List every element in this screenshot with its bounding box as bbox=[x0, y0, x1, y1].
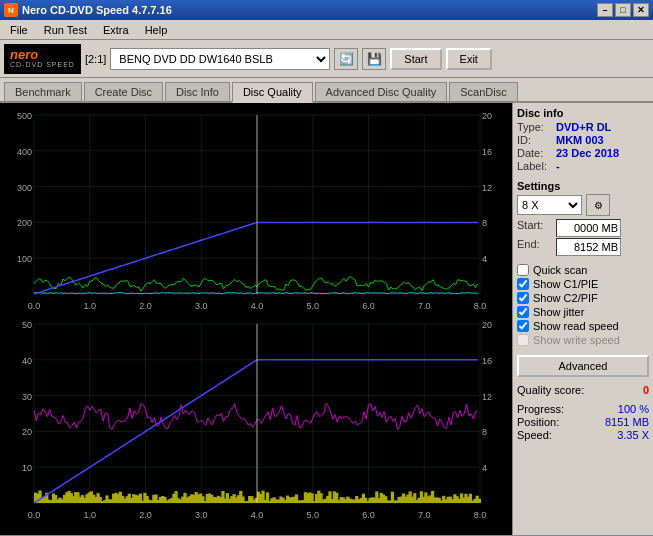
progress-section: Progress: 100 % Position: 8151 MB Speed:… bbox=[517, 403, 649, 442]
graph-area bbox=[0, 103, 512, 535]
tab-bar: Benchmark Create Disc Disc Info Disc Qua… bbox=[0, 78, 653, 103]
show-c1-label: Show C1/PIE bbox=[533, 278, 598, 290]
position-row: Position: 8151 MB bbox=[517, 416, 649, 428]
disc-type-key: Type: bbox=[517, 121, 552, 133]
show-read-speed-checkbox[interactable] bbox=[517, 320, 529, 332]
chart2-canvas bbox=[2, 314, 510, 521]
show-jitter-checkbox[interactable] bbox=[517, 306, 529, 318]
disc-date-value: 23 Dec 2018 bbox=[556, 147, 619, 159]
menu-run-test[interactable]: Run Test bbox=[36, 22, 95, 38]
speed-row: 8 X 4 X 12 X 16 X Max ⚙ bbox=[517, 194, 649, 216]
show-write-speed-checkbox bbox=[517, 334, 529, 346]
drive-select[interactable]: BENQ DVD DD DW1640 BSLB bbox=[110, 48, 330, 70]
quick-scan-checkbox[interactable] bbox=[517, 264, 529, 276]
start-input[interactable] bbox=[556, 219, 621, 237]
tab-benchmark[interactable]: Benchmark bbox=[4, 82, 82, 101]
disc-date-key: Date: bbox=[517, 147, 552, 159]
window-controls[interactable]: – □ ✕ bbox=[597, 3, 649, 17]
disc-label-value: - bbox=[556, 160, 560, 172]
minimize-button[interactable]: – bbox=[597, 3, 613, 17]
app-icon: N bbox=[4, 3, 18, 17]
quick-scan-row: Quick scan bbox=[517, 264, 649, 276]
refresh-icon[interactable]: 🔄 bbox=[334, 48, 358, 70]
tab-scan-disc[interactable]: ScanDisc bbox=[449, 82, 517, 101]
show-jitter-label: Show jitter bbox=[533, 306, 584, 318]
menu-file[interactable]: File bbox=[2, 22, 36, 38]
show-c1-checkbox[interactable] bbox=[517, 278, 529, 290]
disc-label-row: Label: - bbox=[517, 160, 649, 172]
speed-row-progress: Speed: 3.35 X bbox=[517, 429, 649, 441]
advanced-button[interactable]: Advanced bbox=[517, 355, 649, 377]
start-button[interactable]: Start bbox=[390, 48, 441, 70]
speed-value: 3.35 X bbox=[617, 429, 649, 441]
disc-id-row: ID: MKM 003 bbox=[517, 134, 649, 146]
end-key: End: bbox=[517, 238, 552, 256]
menu-extra[interactable]: Extra bbox=[95, 22, 137, 38]
disc-type-row: Type: DVD+R DL bbox=[517, 121, 649, 133]
menu-bar: File Run Test Extra Help bbox=[0, 20, 653, 40]
speed-label: Speed: bbox=[517, 429, 552, 441]
save-icon[interactable]: 💾 bbox=[362, 48, 386, 70]
end-row: End: bbox=[517, 238, 649, 256]
show-c2-checkbox[interactable] bbox=[517, 292, 529, 304]
settings-label: Settings bbox=[517, 180, 649, 192]
show-write-speed-row: Show write speed bbox=[517, 334, 649, 346]
menu-help[interactable]: Help bbox=[137, 22, 176, 38]
disc-info-label: Disc info bbox=[517, 107, 649, 119]
progress-row: Progress: 100 % bbox=[517, 403, 649, 415]
quick-scan-label: Quick scan bbox=[533, 264, 587, 276]
show-write-speed-label: Show write speed bbox=[533, 334, 620, 346]
title-bar: N Nero CD-DVD Speed 4.7.7.16 – □ ✕ bbox=[0, 0, 653, 20]
drive-label: [2:1] bbox=[85, 53, 106, 65]
disc-info-section: Disc info Type: DVD+R DL ID: MKM 003 Dat… bbox=[517, 107, 649, 173]
settings-icon[interactable]: ⚙ bbox=[586, 194, 610, 216]
title-bar-left: N Nero CD-DVD Speed 4.7.7.16 bbox=[4, 3, 172, 17]
chart1-canvas bbox=[2, 105, 510, 312]
progress-label: Progress: bbox=[517, 403, 564, 415]
close-button[interactable]: ✕ bbox=[633, 3, 649, 17]
show-c2-row: Show C2/PIF bbox=[517, 292, 649, 304]
start-row: Start: bbox=[517, 219, 649, 237]
start-key: Start: bbox=[517, 219, 552, 237]
main-content: Disc info Type: DVD+R DL ID: MKM 003 Dat… bbox=[0, 103, 653, 535]
progress-value: 100 % bbox=[618, 403, 649, 415]
disc-label-key: Label: bbox=[517, 160, 552, 172]
speed-select[interactable]: 8 X 4 X 12 X 16 X Max bbox=[517, 195, 582, 215]
position-label: Position: bbox=[517, 416, 559, 428]
maximize-button[interactable]: □ bbox=[615, 3, 631, 17]
disc-type-value: DVD+R DL bbox=[556, 121, 611, 133]
settings-section: Settings 8 X 4 X 12 X 16 X Max ⚙ Start: … bbox=[517, 180, 649, 257]
quality-row: Quality score: 0 bbox=[517, 384, 649, 396]
checkboxes-section: Quick scan Show C1/PIE Show C2/PIF Show … bbox=[517, 264, 649, 348]
disc-id-key: ID: bbox=[517, 134, 552, 146]
quality-label: Quality score: bbox=[517, 384, 584, 396]
show-c1-row: Show C1/PIE bbox=[517, 278, 649, 290]
show-c2-label: Show C2/PIF bbox=[533, 292, 598, 304]
show-jitter-row: Show jitter bbox=[517, 306, 649, 318]
exit-button[interactable]: Exit bbox=[446, 48, 492, 70]
tab-advanced-disc-quality[interactable]: Advanced Disc Quality bbox=[315, 82, 448, 101]
tab-disc-quality[interactable]: Disc Quality bbox=[232, 82, 313, 103]
window-title: Nero CD-DVD Speed 4.7.7.16 bbox=[22, 4, 172, 16]
right-panel: Disc info Type: DVD+R DL ID: MKM 003 Dat… bbox=[512, 103, 653, 535]
disc-id-value: MKM 003 bbox=[556, 134, 604, 146]
tab-disc-info[interactable]: Disc Info bbox=[165, 82, 230, 101]
toolbar: nero CD-DVD SPEED [2:1] BENQ DVD DD DW16… bbox=[0, 40, 653, 78]
tab-create-disc[interactable]: Create Disc bbox=[84, 82, 163, 101]
disc-date-row: Date: 23 Dec 2018 bbox=[517, 147, 649, 159]
end-input[interactable] bbox=[556, 238, 621, 256]
quality-score: 0 bbox=[643, 384, 649, 396]
nero-logo: nero CD-DVD SPEED bbox=[4, 44, 81, 74]
show-read-speed-row: Show read speed bbox=[517, 320, 649, 332]
show-read-speed-label: Show read speed bbox=[533, 320, 619, 332]
position-value: 8151 MB bbox=[605, 416, 649, 428]
